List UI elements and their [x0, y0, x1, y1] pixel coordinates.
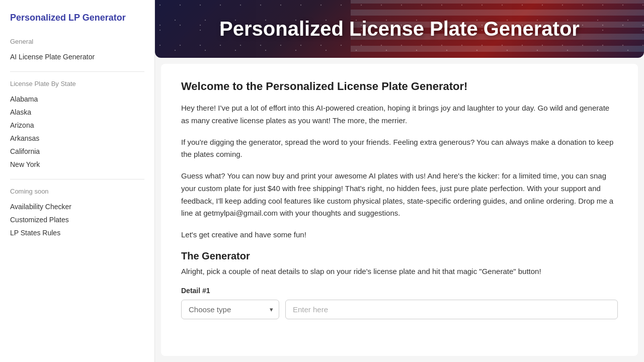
sidebar-item-arkansas[interactable]: Arkansas	[10, 132, 144, 145]
content-area: Welcome to the Personalized License Plat…	[161, 64, 638, 356]
paragraph-3: Guess what? You can now buy and print yo…	[181, 170, 618, 220]
sidebar-state-label: License Plate By State	[10, 80, 144, 87]
sidebar-item-california[interactable]: California	[10, 145, 144, 158]
sidebar-logo[interactable]: Personalized LP Generator	[10, 12, 144, 24]
detail1-select-wrapper: Choose typeNameWordPhraseNumber ▾	[181, 300, 279, 319]
sidebar-item-new-york[interactable]: New York	[10, 158, 144, 171]
main-content: Personalized License Plate Generator Wel…	[155, 0, 644, 362]
sidebar-coming-soon-label: Coming soon	[10, 188, 144, 195]
generator-heading: The Generator	[181, 250, 618, 262]
sidebar-divider-1	[10, 71, 144, 72]
sidebar-item-lp-states-rules[interactable]: LP States Rules	[10, 226, 144, 239]
sidebar-item-availability-checker[interactable]: Availability Checker	[10, 200, 144, 213]
welcome-heading: Welcome to the Personalized License Plat…	[181, 80, 618, 93]
detail1-label: Detail #1	[181, 287, 618, 295]
sidebar-item-alabama[interactable]: Alabama	[10, 93, 144, 106]
detail1-row: Choose typeNameWordPhraseNumber ▾	[181, 300, 618, 319]
sidebar-general-label: General	[10, 38, 144, 45]
hero-banner: Personalized License Plate Generator	[155, 0, 644, 58]
sidebar-item-alaska[interactable]: Alaska	[10, 106, 144, 119]
sidebar-general-section: AI License Plate Generator	[10, 50, 144, 63]
detail1-type-select[interactable]: Choose typeNameWordPhraseNumber	[181, 300, 279, 319]
sidebar-state-section: AlabamaAlaskaArizonaArkansasCaliforniaNe…	[10, 93, 144, 171]
sidebar-item-arizona[interactable]: Arizona	[10, 119, 144, 132]
sidebar-item-customized-plates[interactable]: Customized Plates	[10, 213, 144, 226]
paragraph-1: Hey there! I've put a lot of effort into…	[181, 102, 618, 127]
sidebar-item-ai-lp-gen[interactable]: AI License Plate Generator	[10, 50, 144, 63]
sidebar-divider-2	[10, 179, 144, 179]
detail1-text-input[interactable]	[285, 300, 618, 319]
sidebar-coming-soon-section: Availability CheckerCustomized PlatesLP …	[10, 200, 144, 239]
sidebar: Personalized LP Generator General AI Lic…	[0, 0, 155, 362]
paragraph-4: Let's get creative and have some fun!	[181, 229, 618, 241]
paragraph-2: If you're digging the generator, spread …	[181, 136, 618, 161]
hero-title: Personalized License Plate Generator	[219, 18, 580, 40]
generator-subtitle: Alright, pick a couple of neat details t…	[181, 267, 618, 276]
